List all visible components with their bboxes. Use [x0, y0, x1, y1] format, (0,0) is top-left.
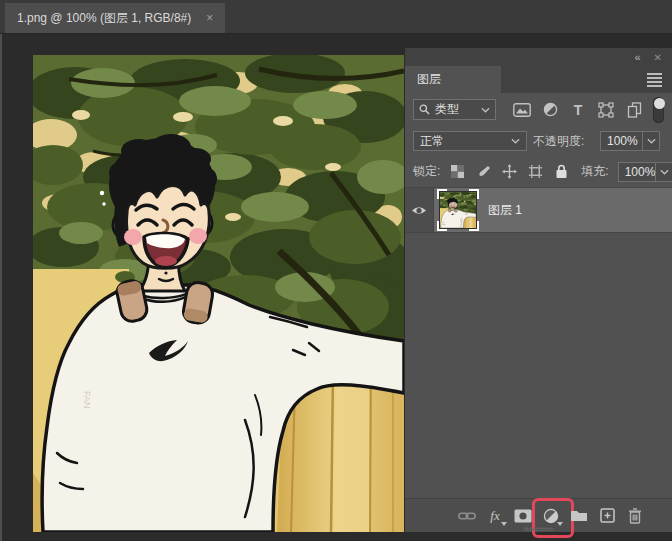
layer-style-button[interactable]: fx — [486, 506, 504, 526]
search-icon — [419, 104, 430, 115]
panel-collapse-icon[interactable]: « — [634, 51, 639, 63]
add-layer-mask-button[interactable] — [514, 506, 532, 526]
layers-panel-footer: fx — [405, 498, 672, 532]
lock-pixels-brush-icon[interactable] — [475, 163, 492, 180]
layer-mask-icon — [514, 509, 532, 523]
chevron-down-icon — [647, 138, 656, 144]
new-layer-button[interactable] — [598, 506, 616, 526]
lock-row: 锁定: 填充: 100% — [405, 156, 672, 188]
link-icon — [458, 511, 476, 521]
opacity-label: 不透明度: — [533, 133, 584, 150]
kind-filter-icons: T — [513, 100, 644, 119]
adjustment-layer-filter-icon[interactable] — [541, 100, 560, 119]
opacity-value: 100% — [601, 134, 642, 148]
panel-close-icon[interactable]: ✕ — [654, 52, 662, 63]
document-tab-title: 1.png @ 100% (图层 1, RGB/8#) — [17, 10, 191, 27]
lock-position-move-icon[interactable] — [501, 163, 518, 180]
switch-knob — [654, 98, 665, 109]
chevron-down-icon — [511, 138, 520, 144]
layer-visibility-cell[interactable] — [405, 188, 434, 232]
delete-layer-button[interactable] — [626, 506, 644, 526]
lock-label: 锁定: — [413, 163, 440, 180]
pixel-layer-filter-icon[interactable] — [513, 100, 532, 119]
dropdown-arrow-icon — [557, 522, 563, 526]
canvas-artwork — [33, 55, 404, 532]
filter-type-select[interactable]: 类型 — [413, 99, 496, 120]
lock-transparency-icon[interactable] — [449, 163, 466, 180]
fill-label: 填充: — [581, 163, 608, 180]
panel-chrome: « ✕ — [405, 48, 672, 66]
fill-dropdown-button[interactable] — [655, 163, 672, 181]
panel-tab-row: 图层 — [405, 66, 672, 93]
lock-icons — [449, 163, 570, 180]
tab-layers-label: 图层 — [417, 71, 441, 88]
svg-text:T: T — [574, 103, 583, 117]
layer-thumbnail[interactable] — [439, 191, 477, 229]
layers-panel: « ✕ 图层 类型 — [405, 48, 672, 532]
selection-corner — [469, 189, 479, 199]
fx-icon: fx — [490, 508, 499, 524]
chevron-down-icon — [660, 169, 669, 175]
document-tab[interactable]: 1.png @ 100% (图层 1, RGB/8#) × — [5, 3, 225, 33]
new-layer-icon — [600, 508, 615, 523]
link-layers-button[interactable] — [458, 506, 476, 526]
layer-main[interactable]: 图层 1 — [434, 188, 672, 232]
opacity-field[interactable]: 100% — [600, 131, 660, 151]
eye-icon — [411, 205, 427, 216]
canvas[interactable] — [33, 55, 404, 532]
layer-filter-switch[interactable] — [653, 97, 664, 123]
blend-mode-row: 正常 不透明度: 100% — [405, 126, 672, 156]
shape-layer-filter-icon[interactable] — [597, 100, 616, 119]
blend-mode-value: 正常 — [420, 133, 511, 150]
selection-corner — [469, 221, 479, 231]
dropdown-arrow-icon — [501, 522, 507, 526]
blend-mode-select[interactable]: 正常 — [413, 131, 527, 151]
layer-name[interactable]: 图层 1 — [488, 202, 522, 219]
document-tab-close-icon[interactable]: × — [206, 12, 213, 24]
smart-object-filter-icon[interactable] — [625, 100, 644, 119]
layers-list: 图层 1 — [405, 188, 672, 498]
opacity-dropdown-button[interactable] — [642, 132, 659, 150]
window-left-edge — [0, 34, 2, 541]
panel-menu-icon[interactable] — [647, 73, 662, 87]
selection-corner — [437, 221, 447, 231]
selection-corner — [437, 189, 447, 199]
lock-artboard-icon[interactable] — [527, 163, 544, 180]
lock-all-icon[interactable] — [553, 163, 570, 180]
filter-type-label: 类型 — [435, 101, 476, 118]
fill-value: 100% — [619, 165, 656, 179]
layer-row[interactable]: 图层 1 — [405, 188, 672, 233]
photoshop-window: 1.png @ 100% (图层 1, RGB/8#) × « ✕ 图层 — [0, 0, 672, 541]
panel-resize-grip[interactable] — [524, 527, 554, 531]
tab-layers[interactable]: 图层 — [405, 66, 501, 93]
layer-filter-row: 类型 T — [405, 93, 672, 126]
fill-field[interactable]: 100% — [618, 162, 672, 182]
trash-icon — [628, 508, 642, 524]
type-layer-filter-icon[interactable]: T — [569, 100, 588, 119]
chevron-down-icon — [481, 107, 490, 113]
folder-icon — [570, 509, 588, 522]
new-group-button[interactable] — [570, 506, 588, 526]
new-adjustment-layer-button[interactable] — [542, 506, 560, 526]
document-tab-bar: 1.png @ 100% (图层 1, RGB/8#) × — [0, 0, 672, 34]
